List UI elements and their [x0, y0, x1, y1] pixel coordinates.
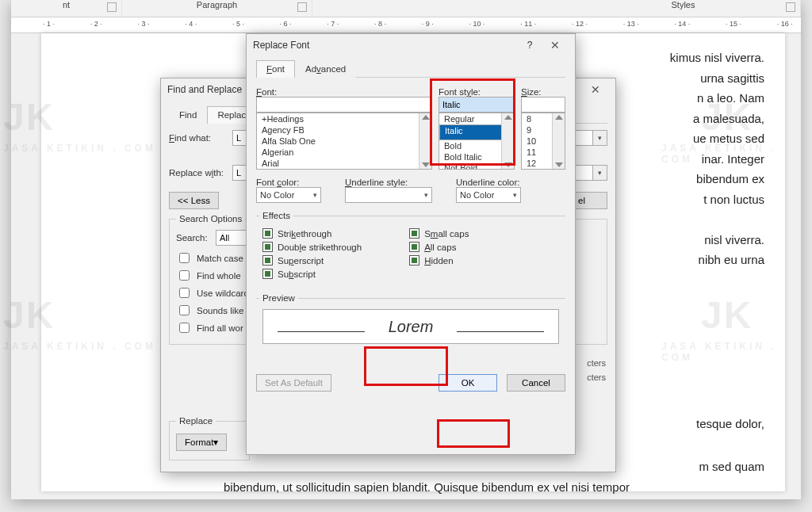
font-input[interactable] — [256, 97, 432, 113]
effects-legend: Effects — [259, 211, 293, 220]
watermark-text: JASA KETIKIN . COM — [661, 143, 801, 165]
close-icon[interactable]: ✕ — [542, 36, 569, 54]
subscript-checkbox[interactable]: Subscript — [262, 269, 362, 279]
annotation-highlight — [437, 419, 510, 448]
less-button[interactable]: << Less — [169, 192, 219, 209]
ribbon-group-labels: nt Paragraph Styles — [11, 0, 801, 17]
font-style-label: Font style: — [439, 87, 515, 97]
strikethrough-checkbox[interactable]: Strikethrough — [262, 228, 362, 239]
ribbon-group-styles: Styles — [312, 0, 801, 17]
underline-style-select[interactable] — [345, 187, 432, 203]
size-label: Size: — [521, 87, 565, 97]
watermark-logo: JK — [701, 95, 753, 139]
preview-legend: Preview — [259, 293, 298, 303]
small-caps-checkbox[interactable]: Small caps — [409, 228, 469, 239]
replace-group: Replace Format ▾ — [169, 416, 250, 460]
tab-advanced[interactable]: Advanced — [295, 60, 356, 78]
superscript-checkbox[interactable]: Superscript — [262, 255, 362, 266]
doc-text-line: bibendum, ut sollicitudin sapien blandit… — [224, 477, 764, 498]
paragraph-group-launcher-icon[interactable] — [297, 2, 307, 12]
all-caps-checkbox[interactable]: All caps — [409, 242, 469, 252]
format-button[interactable]: Format ▾ — [176, 434, 227, 451]
underline-color-label: Underline color: — [456, 178, 521, 187]
replace-with-dropdown-icon[interactable] — [593, 165, 607, 181]
font-label: Font: — [256, 87, 432, 97]
ok-button[interactable]: OK — [439, 374, 497, 392]
help-icon[interactable]: ? — [518, 40, 542, 51]
replace-with-label: Replace with: — [169, 168, 232, 178]
close-icon[interactable]: ✕ — [582, 81, 609, 98]
preview-text: Lorem — [389, 318, 434, 336]
find-what-label: Find what: — [169, 133, 232, 143]
preview-box: Lorem — [262, 309, 559, 344]
font-style-input[interactable] — [439, 97, 515, 113]
styles-group-launcher-icon[interactable] — [786, 2, 795, 12]
size-input[interactable] — [521, 97, 565, 113]
ribbon-group-paragraph: Paragraph — [122, 0, 312, 17]
list-item[interactable]: Algerian — [257, 147, 431, 158]
font-listbox[interactable]: +HeadingsAgency FBAlfa Slab OneAlgerianA… — [256, 113, 432, 170]
font-group-launcher-icon[interactable] — [107, 2, 117, 12]
hidden-checkbox[interactable]: Hidden — [409, 255, 469, 266]
double-strikethrough-checkbox[interactable]: Double strikethrough — [262, 242, 362, 252]
size-listbox[interactable]: 89101112 — [521, 113, 565, 170]
ribbon-group-font: nt — [11, 0, 122, 17]
watermark-text: JASA KETIKIN . COM — [661, 341, 801, 363]
list-item[interactable]: +Headings — [257, 113, 431, 124]
list-item[interactable]: Arial — [257, 158, 431, 169]
search-options-legend: Search Options — [176, 214, 245, 224]
watermark-logo: JK — [3, 293, 55, 337]
dialog-title: Find and Replace — [167, 84, 242, 95]
replace-legend: Replace — [176, 416, 216, 426]
watermark-logo: JK — [701, 293, 753, 337]
dialog-titlebar[interactable]: Replace Font ? ✕ — [247, 34, 575, 56]
list-item[interactable]: Alfa Slab One — [257, 136, 431, 147]
font-style-listbox[interactable]: RegularItalicBoldBold ItalicNot Bold — [439, 113, 515, 170]
find-what-dropdown-icon[interactable] — [593, 130, 607, 146]
font-color-select[interactable]: No Color — [256, 187, 321, 203]
font-color-label: Font color: — [256, 178, 321, 187]
underline-color-select[interactable]: No Color — [456, 187, 521, 203]
side-characters-label: cterscters — [587, 356, 606, 384]
cancel-button[interactable]: Cancel — [507, 374, 565, 392]
watermark-text: JASA KETIKIN . COM — [3, 341, 156, 352]
replace-font-dialog: Replace Font ? ✕ Font Advanced Font: +He… — [246, 33, 576, 455]
list-item[interactable]: Agency FB — [257, 124, 431, 136]
tab-find[interactable]: Find — [169, 106, 207, 124]
dialog-title: Replace Font — [253, 40, 309, 51]
search-direction-label: Search: — [176, 233, 216, 243]
tab-font[interactable]: Font — [256, 60, 295, 78]
set-as-default-button: Set As Default — [256, 374, 331, 392]
watermark-logo: JK — [3, 95, 55, 139]
doc-text-frag: m sed quam — [645, 457, 764, 477]
horizontal-ruler[interactable]: · 1 ·· 2 ·· 3 ·· 4 ·· 5 ·· 6 ·· 7 ·· 8 ·… — [11, 17, 801, 33]
underline-style-label: Underline style: — [345, 178, 432, 187]
watermark-text: JASA KETIKIN . COM — [3, 143, 156, 154]
doc-text-frag: tesque dolor, — [645, 414, 764, 434]
